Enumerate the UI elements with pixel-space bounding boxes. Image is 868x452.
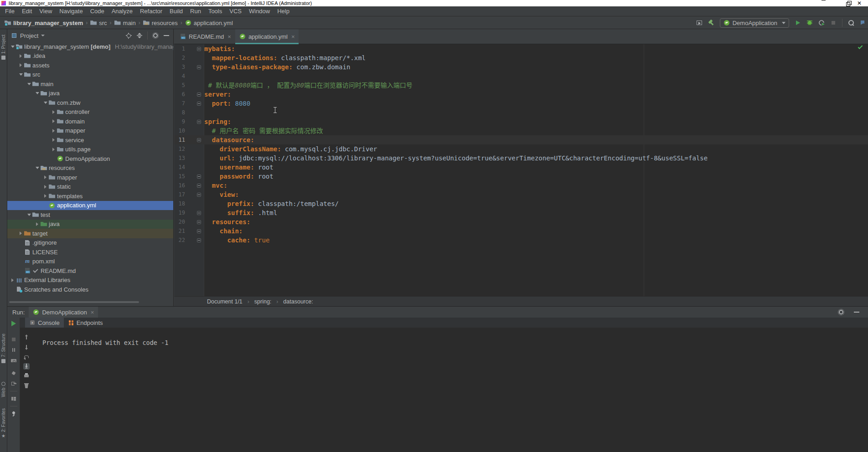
project-panel-title[interactable]: Project (20, 32, 38, 39)
code-line-19[interactable]: 19 suffix: .html (174, 208, 868, 217)
chevron-expanded-icon[interactable] (34, 92, 41, 94)
debug-button[interactable] (806, 20, 813, 26)
bookmark-icon[interactable] (860, 20, 864, 26)
chevron-collapsed-icon[interactable] (17, 54, 24, 58)
code-line-17[interactable]: 17 view: (174, 190, 868, 199)
tree-item--idea[interactable]: .idea (7, 51, 173, 61)
tree-item-mapper[interactable]: mapper (7, 173, 173, 182)
fold-marker-icon[interactable] (197, 184, 201, 188)
menu-help[interactable]: Help (274, 8, 293, 15)
editor-body[interactable]: 1mybatis:2 mapper-locations: classpath:m… (174, 44, 868, 296)
scroll-to-end-button[interactable] (23, 363, 30, 370)
chevron-collapsed-icon[interactable] (17, 63, 24, 67)
hide-panel-button[interactable] (163, 32, 170, 39)
chevron-expanded-icon[interactable] (9, 46, 16, 48)
close-tab-icon[interactable]: × (291, 33, 295, 40)
menu-tools[interactable]: Tools (205, 8, 226, 15)
breadcrumb-item-application.yml[interactable]: application.yml (185, 20, 233, 26)
code-line-22[interactable]: 22 cache: true (174, 236, 868, 245)
chevron-expanded-icon[interactable] (26, 214, 32, 216)
fold-marker-icon[interactable] (197, 220, 201, 224)
code-line-20[interactable]: 20 resources: (174, 217, 868, 226)
code-line-13[interactable]: 13 url: jdbc:mysql://localhost:3306/libr… (174, 154, 868, 163)
fold-marker-icon[interactable] (197, 65, 201, 69)
tree-item-scratches-and-consoles[interactable]: Scratches and Consoles (7, 285, 173, 294)
tree-item-controller[interactable]: controller (7, 108, 173, 117)
fold-marker-icon[interactable] (197, 138, 201, 142)
tree-item-assets[interactable]: assets (7, 61, 173, 70)
stripe-button-2-favorites[interactable]: 2: Favorites★ (0, 408, 7, 438)
fold-marker-icon[interactable] (197, 102, 201, 106)
chevron-expanded-icon[interactable] (42, 102, 49, 104)
tree-item-application-yml[interactable]: application.yml (7, 201, 173, 211)
stripe-button-7-structure[interactable]: 7: Structure (0, 334, 7, 363)
run-content-tab[interactable]: DemoApplication × (29, 307, 98, 318)
code-line-18[interactable]: 18 prefix: classpath:/templates/ (174, 199, 868, 208)
chevron-collapsed-icon[interactable] (42, 185, 49, 189)
close-tab-icon[interactable]: × (227, 33, 231, 40)
chevron-expanded-icon[interactable] (26, 83, 32, 85)
fold-marker-icon[interactable] (197, 193, 201, 197)
code-line-3[interactable]: 3 type-aliases-package: com.zbw.domain (174, 62, 868, 72)
soft-wrap-button[interactable] (23, 354, 30, 360)
collapse-all-button[interactable] (136, 32, 143, 39)
breadcrumb-item-resources[interactable]: resources (143, 20, 178, 26)
close-icon[interactable]: × (91, 309, 94, 316)
horizontal-scrollbar[interactable] (9, 301, 139, 303)
fold-marker-icon[interactable] (197, 120, 201, 124)
search-everywhere-button[interactable] (848, 20, 854, 26)
settings-gear-button[interactable] (152, 32, 159, 39)
tree-item-external-libraries[interactable]: External Libraries (7, 276, 173, 285)
run-button[interactable] (795, 20, 801, 26)
stop-process-button[interactable] (10, 370, 17, 376)
code-line-8[interactable]: 8 (174, 108, 868, 117)
tree-item-service[interactable]: service (7, 135, 173, 145)
tree-item-domain[interactable]: domain (7, 117, 173, 126)
code-line-10[interactable]: 10 # 用户名 密码 需要根据实际情况修改 (174, 126, 868, 135)
stop-button[interactable] (10, 336, 17, 343)
run-tab-console[interactable]: Console (25, 318, 64, 328)
next-occurrence-button[interactable] (23, 344, 30, 350)
code-line-15[interactable]: 15 password: root (174, 172, 868, 181)
menu-run[interactable]: Run (186, 8, 205, 15)
fold-marker-icon[interactable] (197, 229, 201, 233)
chevron-collapsed-icon[interactable] (50, 119, 57, 123)
breadcrumb-item-src[interactable]: src (90, 20, 107, 26)
pause-button[interactable] (10, 347, 17, 353)
profiler-button[interactable] (818, 20, 825, 26)
run-configuration-select[interactable]: DemoApplication (720, 18, 789, 28)
chevron-collapsed-icon[interactable] (50, 138, 57, 142)
code-line-11[interactable]: 11 datasource: (174, 135, 868, 144)
code-line-1[interactable]: 1mybatis: (174, 44, 868, 53)
print-button[interactable] (23, 372, 30, 379)
tree-item-java[interactable]: java (7, 89, 173, 98)
tree-item-main[interactable]: main (7, 79, 173, 89)
editor-breadcrumb-item[interactable]: Document 1/1 (207, 298, 243, 305)
code-line-9[interactable]: 9spring: (174, 117, 868, 126)
menu-refactor[interactable]: Refactor (136, 8, 166, 15)
prev-occurrence-button[interactable] (23, 334, 30, 340)
fold-marker-icon[interactable] (197, 92, 201, 97)
code-line-14[interactable]: 14 username: root (174, 163, 868, 172)
tree-item-static[interactable]: static (7, 182, 173, 192)
tree-item-target[interactable]: target (7, 229, 173, 238)
breadcrumb-item-main[interactable]: main (114, 20, 136, 26)
chevron-expanded-icon[interactable] (34, 167, 41, 169)
chevron-collapsed-icon[interactable] (42, 175, 49, 179)
close-button[interactable]: ✕ (851, 0, 868, 6)
code-line-12[interactable]: 12 driverClassName: com.mysql.cj.jdbc.Dr… (174, 144, 868, 154)
chevron-collapsed-icon[interactable] (50, 148, 57, 151)
stop-button[interactable] (830, 20, 837, 26)
chevron-down-icon[interactable] (41, 35, 45, 36)
fold-marker-icon[interactable] (197, 238, 201, 242)
code-line-5[interactable]: 5 # 默认是8080端口 ， 配置为80端口在浏览器访问时不需要输入端口号 (174, 81, 868, 90)
menu-vcs[interactable]: VCS (226, 8, 245, 15)
chevron-collapsed-icon[interactable] (34, 222, 41, 226)
rerun-button[interactable] (10, 320, 17, 327)
chevron-collapsed-icon[interactable] (50, 129, 57, 133)
tree-item-pom-xml[interactable]: pom.xml (7, 257, 173, 267)
code-line-7[interactable]: 7 port: 8080 (174, 99, 868, 108)
code-line-16[interactable]: 16 mvc: (174, 181, 868, 190)
code-line-2[interactable]: 2 mapper-locations: classpath:mapper/*.x… (174, 53, 868, 62)
chevron-expanded-icon[interactable] (17, 73, 24, 76)
